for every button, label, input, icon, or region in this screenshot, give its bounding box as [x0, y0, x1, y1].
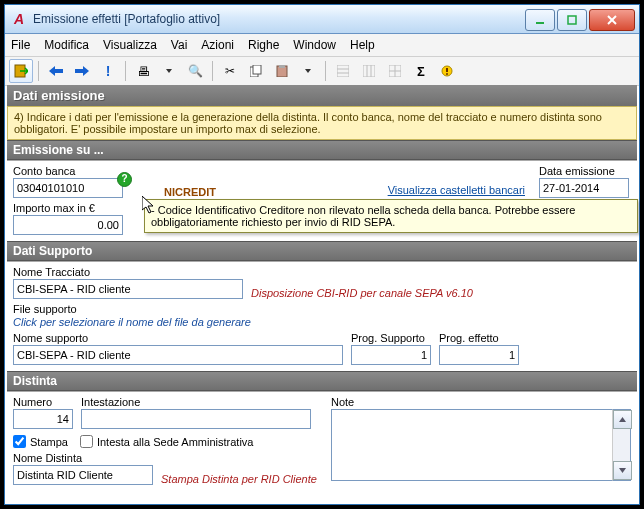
dropdown-icon[interactable] [157, 59, 181, 83]
minimize-button[interactable] [525, 9, 555, 31]
svg-rect-8 [253, 65, 261, 74]
svg-rect-1 [568, 16, 576, 24]
section-supporto-header: Dati Supporto [7, 241, 637, 261]
preview-icon[interactable]: 🔍 [183, 59, 207, 83]
prev-icon[interactable] [44, 59, 68, 83]
prog-effetto-label: Prog. effetto [439, 332, 519, 344]
sum-icon[interactable]: Σ [409, 59, 433, 83]
prog-effetto-input[interactable] [439, 345, 519, 365]
nome-supporto-label: Nome supporto [13, 332, 343, 344]
numero-label: Numero [13, 396, 73, 408]
help-badge-icon[interactable]: ? [117, 172, 132, 187]
step-help-text: 4) Indicare i dati per l'emissione e la … [7, 106, 637, 140]
file-supporto-hint[interactable]: Click per selezionare il nome del file d… [13, 316, 251, 328]
svg-point-22 [446, 73, 448, 75]
menu-visualizza[interactable]: Visualizza [103, 38, 157, 52]
note-textarea[interactable] [331, 409, 612, 481]
nome-supporto-input[interactable] [13, 345, 343, 365]
section-distinta-header: Distinta [7, 371, 637, 391]
data-emissione-input[interactable] [539, 178, 629, 198]
castelletti-link[interactable]: Visualizza castelletti bancari [388, 184, 525, 196]
nome-distinta-input[interactable] [13, 465, 153, 485]
titlebar: A Emissione effetti [Portafoglio attivo] [5, 5, 639, 34]
bank-name: NICREDIT [164, 186, 216, 198]
numero-input[interactable] [13, 409, 73, 429]
cut-icon[interactable]: ✂ [218, 59, 242, 83]
execute-icon[interactable]: ! [96, 59, 120, 83]
menu-help[interactable]: Help [350, 38, 375, 52]
prog-supporto-input[interactable] [351, 345, 431, 365]
data-emissione-label: Data emissione [539, 165, 631, 177]
menu-window[interactable]: Window [293, 38, 336, 52]
svg-rect-10 [279, 65, 285, 68]
nome-tracciato-input[interactable] [13, 279, 243, 299]
window-title: Emissione effetti [Portafoglio attivo] [33, 12, 523, 26]
menubar: File Modifica Visualizza Vai Azioni Righ… [5, 34, 639, 57]
grid2-icon[interactable] [357, 59, 381, 83]
menu-modifica[interactable]: Modifica [44, 38, 89, 52]
validation-tooltip: - Codice Identificativo Creditore non ri… [144, 199, 638, 233]
file-supporto-label: File supporto [13, 303, 631, 315]
copy-icon[interactable] [244, 59, 268, 83]
exit-icon[interactable] [9, 59, 33, 83]
grid1-icon[interactable] [331, 59, 355, 83]
note-scroll-down-icon[interactable] [613, 461, 632, 480]
dropdown2-icon[interactable] [296, 59, 320, 83]
nome-distinta-desc: Stampa Distinta per RID Cliente [161, 473, 317, 485]
conto-banca-label: Conto banca [13, 165, 128, 177]
importo-max-input[interactable] [13, 215, 123, 235]
prog-supporto-label: Prog. Supporto [351, 332, 431, 344]
app-window: A Emissione effetti [Portafoglio attivo]… [4, 4, 640, 505]
close-button[interactable] [589, 9, 635, 31]
print-icon[interactable]: 🖶 [131, 59, 155, 83]
next-icon[interactable] [70, 59, 94, 83]
intestazione-input[interactable] [81, 409, 311, 429]
intestazione-label: Intestazione [81, 396, 323, 408]
menu-azioni[interactable]: Azioni [201, 38, 234, 52]
note-label: Note [331, 396, 631, 408]
content-area: Dati emissione 4) Indicare i dati per l'… [7, 85, 637, 502]
grid3-icon[interactable] [383, 59, 407, 83]
nome-tracciato-label: Nome Tracciato [13, 266, 631, 278]
nome-tracciato-desc: Disposizione CBI-RID per canale SEPA v6.… [251, 287, 473, 299]
importo-max-label: Importo max in € [13, 202, 123, 214]
toolbar: ! 🖶 🔍 ✂ Σ [5, 57, 639, 86]
conto-banca-input[interactable] [13, 178, 123, 198]
intesta-checkbox[interactable]: Intesta alla Sede Amministrativa [80, 435, 254, 448]
svg-rect-6 [75, 69, 84, 73]
menu-vai[interactable]: Vai [171, 38, 187, 52]
panel-title: Dati emissione [7, 85, 637, 106]
section-distinta: Numero Intestazione Stampa Intesta alla … [7, 391, 637, 491]
maximize-button[interactable] [557, 9, 587, 31]
app-icon: A [11, 11, 27, 27]
svg-rect-5 [54, 69, 63, 73]
nome-distinta-label: Nome Distinta [13, 452, 323, 464]
stampa-checkbox[interactable]: Stampa [13, 435, 68, 448]
menu-righe[interactable]: Righe [248, 38, 279, 52]
note-scroll-up-icon[interactable] [613, 410, 632, 429]
menu-file[interactable]: File [11, 38, 30, 52]
paste-icon[interactable] [270, 59, 294, 83]
svg-rect-14 [363, 65, 375, 77]
section-supporto: Nome Tracciato Disposizione CBI-RID per … [7, 261, 637, 371]
svg-rect-11 [337, 65, 349, 77]
section-emissione-header: Emissione su ... [7, 140, 637, 160]
info-icon[interactable] [435, 59, 459, 83]
